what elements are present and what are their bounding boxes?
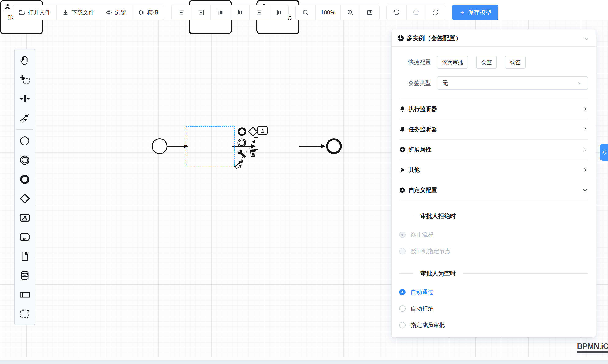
reset-icon (432, 9, 439, 16)
hand-tool[interactable] (15, 51, 35, 70)
append-gateway-icon[interactable] (248, 126, 258, 137)
undo-icon (393, 9, 400, 16)
bell-icon (399, 126, 406, 132)
reject-group-title: 审批人拒绝时 (399, 211, 588, 221)
zoom-level-display[interactable]: 100% (315, 5, 340, 20)
align-right-button[interactable] (191, 5, 211, 20)
lasso-icon (19, 74, 30, 85)
section-execution-listeners[interactable]: 执行监听器 (399, 99, 588, 119)
undo-button[interactable] (387, 5, 406, 20)
chevron-right-icon (582, 167, 588, 173)
append-end-event-icon[interactable] (237, 127, 247, 136)
toolbar: 打开文件 下载文件 浏览 模拟 (13, 5, 498, 20)
section-custom-config[interactable]: 自定义配置 (399, 180, 588, 200)
align-top-button[interactable] (211, 5, 230, 20)
data-store-icon (19, 270, 30, 281)
chip-icon (138, 9, 145, 16)
plus-icon: ＋ (459, 9, 465, 16)
append-intermediate-event-icon[interactable] (237, 138, 247, 148)
download-file-button[interactable]: 下载文件 (56, 5, 100, 20)
align-center-horizontal-icon (256, 9, 263, 16)
palette-separator (16, 129, 33, 130)
bottom-scrollbar-track[interactable] (0, 360, 608, 364)
align-bottom-icon (236, 9, 243, 16)
quick-config-label: 快捷配置 (399, 58, 431, 66)
align-bottom-button[interactable] (230, 5, 249, 20)
create-subprocess[interactable] (15, 227, 35, 247)
chevron-down-icon (577, 80, 582, 86)
sequential-approve-button[interactable]: 依次审批 (437, 56, 468, 69)
radio-return-to-node[interactable]: 驳回到指定节点 (399, 245, 588, 258)
change-type-wrench-icon[interactable] (237, 149, 246, 158)
create-start-event[interactable] (15, 131, 35, 150)
or-sign-button[interactable]: 或签 (505, 56, 526, 69)
bell-icon (399, 106, 406, 112)
section-label: 执行监听器 (409, 105, 580, 113)
create-group[interactable] (15, 304, 35, 324)
eye-icon (106, 9, 112, 16)
radio-disabled[interactable] (399, 248, 406, 254)
sign-type-value: 无 (442, 79, 577, 87)
simulate-button[interactable]: 模拟 (132, 5, 164, 20)
hand-icon (19, 55, 30, 65)
create-user-task[interactable] (15, 208, 35, 227)
radio-auto-reject[interactable]: 自动拒绝 (399, 302, 588, 315)
zoom-out-button[interactable] (296, 5, 315, 20)
send-icon (399, 167, 406, 173)
redo-button[interactable] (406, 5, 426, 20)
align-left-button[interactable] (172, 5, 191, 20)
append-user-task-icon[interactable] (257, 126, 267, 135)
radio-disabled-checked[interactable] (399, 232, 406, 238)
zoom-in-icon (347, 9, 354, 16)
reset-button[interactable] (426, 5, 445, 20)
canvas-bottom-edge (0, 357, 608, 360)
intermediate-event-icon (19, 155, 30, 165)
create-end-event[interactable] (15, 170, 35, 189)
connect-tool[interactable] (15, 108, 35, 127)
end-event[interactable] (326, 138, 342, 154)
create-data-store[interactable] (15, 266, 35, 285)
sign-type-select[interactable]: 无 (437, 77, 588, 90)
radio-checked[interactable] (399, 289, 406, 295)
radio-unchecked[interactable] (399, 305, 406, 312)
section-task-listeners[interactable]: 任务监听器 (399, 119, 588, 140)
countersign-button[interactable]: 会签 (476, 56, 497, 69)
fit-viewport-button[interactable] (360, 5, 379, 20)
radio-auto-pass[interactable]: 自动通过 (399, 286, 588, 299)
create-participant-pool[interactable] (15, 285, 35, 304)
divider (392, 46, 595, 47)
delete-trash-icon[interactable] (248, 148, 258, 158)
bpmn-io-logo[interactable]: BPMN.iO (577, 342, 608, 353)
browse-label: 浏览 (115, 9, 126, 16)
create-gateway[interactable] (15, 189, 35, 208)
space-tool[interactable] (15, 89, 35, 108)
radio-unchecked[interactable] (399, 322, 406, 328)
section-extended-properties[interactable]: 扩展属性 (399, 140, 588, 160)
simulate-label: 模拟 (147, 9, 159, 16)
properties-panel: 多实例（会签配置） 快捷配置 依次审批 会签 或签 会签类型 无 执行监听器 (392, 29, 595, 337)
browse-button[interactable]: 浏览 (100, 5, 132, 20)
settings-gear-tab[interactable] (600, 144, 608, 161)
open-file-label: 打开文件 (28, 9, 51, 16)
file-toolbar-group: 打开文件 下载文件 浏览 模拟 (13, 5, 164, 20)
empty-approver-group-label: 审批人为空时 (420, 270, 456, 278)
align-center-horizontal-button[interactable] (249, 5, 269, 20)
align-center-vertical-button[interactable] (269, 5, 288, 20)
open-file-button[interactable]: 打开文件 (13, 5, 56, 20)
section-other[interactable]: 其他 (399, 160, 588, 180)
create-data-object[interactable] (15, 247, 35, 266)
connect-arrow-icon[interactable] (233, 158, 245, 169)
align-top-icon (217, 9, 224, 16)
radio-terminate-process[interactable]: 终止流程 (399, 228, 588, 241)
lasso-tool[interactable] (15, 70, 35, 89)
sign-type-label: 会签类型 (399, 79, 431, 87)
user-icon (3, 2, 12, 12)
zoom-in-button[interactable] (340, 5, 360, 20)
create-intermediate-event[interactable] (15, 150, 35, 170)
radio-assign-member[interactable]: 指定成员审批 (399, 318, 588, 332)
save-model-button[interactable]: ＋ 保存模型 (452, 5, 498, 20)
start-event[interactable] (152, 138, 167, 154)
panel-header[interactable]: 多实例（会签配置） (392, 29, 595, 46)
folder-open-icon (19, 9, 25, 16)
connect-icon (19, 113, 30, 123)
